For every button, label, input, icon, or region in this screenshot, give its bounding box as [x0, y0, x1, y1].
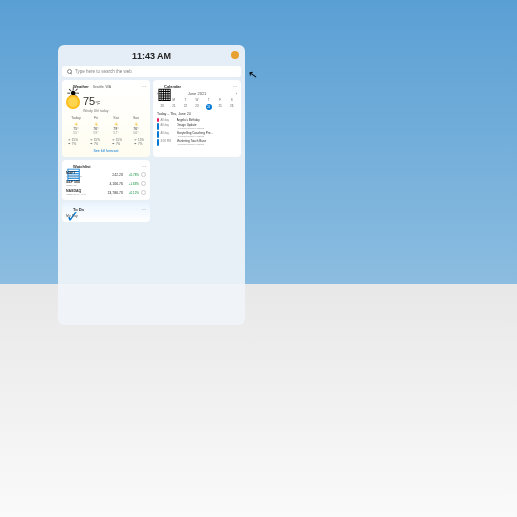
stock-row[interactable]: MSFTMicrosoft Corp242.20+0.78%	[66, 171, 146, 178]
stocks-menu[interactable]: ⋯	[142, 164, 147, 169]
cal-next[interactable]: ›	[236, 91, 237, 96]
weather-unit: °F	[95, 100, 100, 106]
stocks-title: Watchlist	[73, 164, 91, 169]
weather-location: Seattle, WA	[93, 85, 111, 89]
clock: 11:43 AM	[62, 51, 241, 61]
weather-menu[interactable]: ⋯	[142, 84, 147, 89]
event-item[interactable]: All dayDesign UpdateMicrosoft Teams Meet…	[157, 123, 237, 130]
profile-avatar[interactable]	[231, 51, 239, 59]
event-item[interactable]: All dayAngela's Birthday	[157, 118, 237, 122]
cal-dow: SMTWTFS	[157, 98, 237, 102]
todo-title: To Do	[73, 207, 84, 212]
weather-condition: Windy Uhl today	[83, 109, 108, 113]
event-list: All dayAngela's Birthday All dayDesign U…	[157, 118, 237, 146]
weather-temp: 75	[83, 95, 95, 107]
weather-forecast-link[interactable]: See full forecast	[66, 149, 146, 153]
forecast-row: Today☀75°55° Fri☀76°59° Sat☀79°57° Sun☀7…	[66, 116, 146, 135]
todo-menu[interactable]: ⋯	[142, 207, 147, 212]
watchlist-icon: ▤	[66, 164, 71, 169]
calendar-title: Calendar	[164, 84, 181, 89]
stock-row[interactable]: S&P 500INDEXSP4,106.76+1.63%	[66, 180, 146, 187]
todo-widget[interactable]: ✓ To Do ⋯ My Day	[62, 203, 150, 222]
panel-header: 11:43 AM	[62, 49, 241, 63]
stocks-widget[interactable]: ▤ Watchlist ⋯ MSFTMicrosoft Corp242.20+0…	[62, 160, 150, 200]
search-bar[interactable]: Type here to search the web	[62, 66, 241, 77]
cal-date-label: Today – Thu, June 24	[157, 112, 237, 116]
sun-icon	[66, 95, 80, 109]
event-item[interactable]: 3:00 PMMarketing Touch BaseMicrosoft Tea…	[157, 139, 237, 146]
stock-row[interactable]: NASDAQINDEXNAS: .IXIC13,786.70+0.12%	[66, 189, 146, 196]
widgets-panel: 11:43 AM Type here to search the web ☀ W…	[58, 45, 245, 325]
weather-icon: ☀	[66, 84, 71, 89]
weather-stats: ☀ 15%☂ 7% ☀ 15%☂ 7% ☀ 15%☂ 7% ☀ 15%☂ 7%	[66, 138, 146, 146]
weather-widget[interactable]: ☀ Weather Seattle, WA ⋯ 75°F Windy Uhl t…	[62, 80, 150, 157]
chart-icon	[141, 181, 146, 186]
chart-icon	[141, 190, 146, 195]
calendar-icon: ▦	[157, 84, 162, 89]
todo-icon: ✓	[66, 207, 71, 212]
cal-days[interactable]: 20212223242526	[157, 104, 237, 110]
calendar-widget[interactable]: ▦ Calendar ⋯ ‹ June 2021 › SMTWTFS 20212…	[153, 80, 241, 157]
cal-prev[interactable]: ‹	[157, 91, 158, 96]
search-icon	[67, 69, 72, 74]
calendar-menu[interactable]: ⋯	[233, 84, 238, 89]
cal-month-label: June 2021	[188, 91, 207, 96]
weather-title: Weather	[73, 84, 89, 89]
event-item[interactable]: All dayStorytelling Coaching Pre…Microso…	[157, 131, 237, 138]
chart-icon	[141, 172, 146, 177]
search-placeholder: Type here to search the web	[75, 69, 132, 74]
cursor-icon: ↖	[247, 67, 258, 81]
